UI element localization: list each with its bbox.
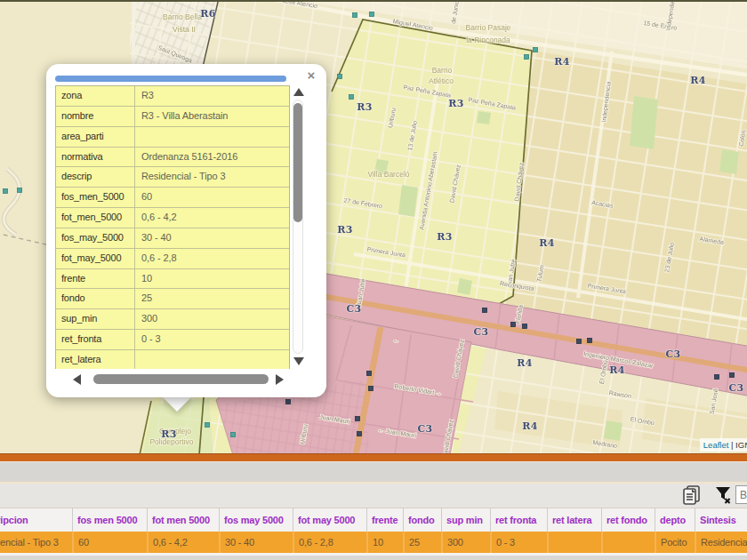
popup-vertical-scrollbar — [293, 85, 304, 369]
grid-header-cell[interactable]: fos may 5000 — [219, 508, 293, 532]
popup-field-label: descrip — [56, 167, 135, 187]
zlabel-text: R4 — [690, 75, 705, 86]
grid-header-label: sup min — [446, 515, 483, 525]
zlabel-text: R4 — [554, 56, 569, 68]
leaflet-link[interactable]: Leaflet — [703, 440, 729, 450]
zlabel-text: C3 — [346, 303, 361, 315]
alabel-text: la Rinconada — [466, 36, 510, 44]
grid-cell — [601, 532, 655, 553]
grid-header-cell[interactable]: ret fronta — [490, 508, 547, 532]
popup-field-label: ret_latera — [56, 350, 135, 369]
alabel-text: Barrio Pasaje — [465, 23, 510, 32]
grid-header-cell[interactable]: descripcion — [0, 508, 72, 532]
popup-row: sup_min300 — [56, 309, 289, 330]
popup-close-button[interactable]: × — [304, 68, 318, 83]
popup-field-value: 60 — [135, 188, 289, 207]
popup-field-value: R3 — [135, 86, 289, 106]
popup-field-label: ret_fronta — [56, 330, 135, 349]
map-attribution: Leaflet | IGN — [700, 438, 747, 452]
results-grid-header: descripcionfos men 5000fot men 5000fos m… — [0, 508, 747, 532]
panel-gray-strip — [0, 461, 747, 482]
popup-field-value: 0,6 - 2,8 — [135, 249, 289, 268]
attribution-provider: IGN — [735, 440, 747, 450]
grid-cell: 300 — [441, 532, 490, 553]
clear-filter-button[interactable] — [715, 485, 733, 505]
popup-row: fot_men_50000,6 - 4,2 — [56, 208, 289, 228]
grid-cell-value: Residencial - Tipo 3 — [0, 537, 59, 548]
grid-cell-value: Residencial — [701, 537, 747, 548]
grid-header-label: fos men 5000 — [77, 515, 137, 525]
grid-header-cell[interactable]: Sintesis — [695, 508, 747, 532]
results-grid-row[interactable]: Residencial - Tipo 3600,6 - 4,230 - 400,… — [0, 532, 747, 553]
popup-field-value: 25 — [135, 289, 289, 308]
popup-field-value: 300 — [135, 309, 289, 329]
grid-cell: 30 - 40 — [219, 532, 293, 553]
zlabel-text: R4 — [539, 237, 554, 249]
popup-row: fos_may_500030 - 40 — [56, 228, 289, 249]
alabel-text: Barrio — [432, 66, 453, 75]
grid-cell: 10 — [366, 532, 403, 553]
popup-field-value: Residencial - Tipo 3 — [135, 167, 289, 187]
grid-cell-value: 0 - 3 — [496, 537, 515, 548]
results-toolbar — [0, 484, 747, 508]
popup-top-scrollbar[interactable] — [55, 76, 286, 82]
popup-field-value: 30 - 40 — [135, 228, 289, 248]
grid-cell-value: Pocito — [661, 537, 687, 548]
grid-cell-value: 0,6 - 2,8 — [299, 537, 333, 548]
grid-header-label: ret latera — [552, 515, 591, 525]
gis-application: José AtencioMiguel Atenciode Junio15 de … — [0, 0, 747, 560]
grid-header-cell[interactable]: fondo — [403, 508, 441, 532]
popup-field-label: zona — [56, 86, 135, 106]
grid-cell-value: 25 — [409, 537, 420, 548]
popup-row: fos_men_500060 — [56, 188, 289, 208]
grid-cell-value: 300 — [447, 537, 463, 548]
export-copy-button[interactable] — [681, 484, 703, 507]
alabel-text: Atlético — [429, 76, 454, 85]
grid-header-label: depto — [660, 515, 686, 525]
grid-header-cell[interactable]: fot may 5000 — [293, 508, 366, 532]
popup-row: fondo25 — [56, 289, 289, 309]
alabel-text: Villa Barceló — [367, 170, 409, 179]
search-input[interactable] — [735, 485, 747, 504]
popup-field-value: 10 — [135, 269, 289, 289]
popup-field-label: fondo — [56, 289, 135, 308]
grid-header-cell[interactable]: frente — [366, 508, 403, 532]
grid-header-cell[interactable]: fot men 5000 — [147, 508, 219, 532]
scroll-down-arrow-icon[interactable] — [293, 357, 304, 365]
grid-header-cell[interactable]: ret latera — [547, 508, 601, 532]
grid-cell: 0,6 - 4,2 — [147, 532, 219, 553]
grid-header-label: frente — [372, 515, 398, 525]
vertical-scrollbar-thumb[interactable] — [293, 103, 302, 222]
zlabel-text: R3 — [337, 224, 352, 236]
slabel-text: ← — [392, 336, 399, 343]
popup-row: normativaOrdenanza 5161-2016 — [56, 148, 289, 168]
results-grid: descripcionfos men 5000fot men 5000fos m… — [0, 508, 747, 560]
scroll-left-arrow-icon[interactable] — [73, 374, 81, 385]
scroll-right-arrow-icon[interactable] — [276, 374, 284, 385]
zlabel-text: C3 — [665, 348, 680, 360]
popup-field-label: fos_men_5000 — [56, 188, 135, 207]
grid-cell: Residencial - Tipo 3 — [0, 532, 72, 553]
feature-popup: × zonaR3nombreR3 - Villa Aberastainarea_… — [46, 64, 326, 397]
grid-header-label: Sintesis — [700, 515, 736, 525]
grid-header-cell[interactable]: sup min — [441, 508, 490, 532]
zlabel-text: R6 — [200, 8, 215, 20]
popup-field-value: R3 - Villa Aberastain — [135, 107, 289, 126]
grid-cell-value: 10 — [373, 537, 383, 548]
zlabel-text: R4 — [609, 364, 624, 376]
zlabel-text: C3 — [473, 326, 488, 338]
popup-field-label: fot_men_5000 — [56, 208, 135, 228]
grid-header-cell[interactable]: fos men 5000 — [72, 508, 147, 532]
grid-header-cell[interactable]: ret fondo — [601, 508, 655, 532]
feature-attributes-table: zonaR3nombreR3 - Villa Aberastainarea_pa… — [55, 85, 290, 369]
popup-row: zonaR3 — [56, 86, 289, 107]
top-border-line — [0, 0, 747, 2]
panel-divider-bar — [0, 453, 747, 461]
horizontal-scrollbar-thumb[interactable] — [93, 374, 269, 384]
zlabel-text: R3 — [437, 231, 452, 243]
popup-field-value: 0,6 - 4,2 — [135, 208, 289, 228]
popup-horizontal-scrollbar — [55, 373, 304, 386]
scroll-up-arrow-icon[interactable] — [293, 88, 304, 96]
grid-header-cell[interactable]: depto — [655, 508, 695, 532]
grid-cell: Pocito — [655, 532, 695, 553]
